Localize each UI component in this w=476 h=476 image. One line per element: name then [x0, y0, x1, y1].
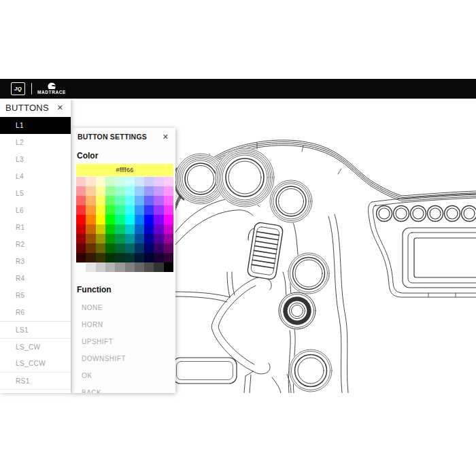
palette-swatch-6-0[interactable] — [76, 234, 86, 243]
palette-swatch-5-4[interactable] — [115, 224, 124, 234]
palette-swatch-9-7[interactable] — [144, 262, 154, 272]
function-option-ok[interactable]: OK — [71, 367, 175, 384]
palette-swatch-3-3[interactable] — [105, 205, 115, 215]
palette-swatch-1-3[interactable] — [105, 186, 115, 196]
palette-swatch-7-6[interactable] — [135, 243, 144, 253]
sidebar-item-l5[interactable]: L5 — [0, 185, 71, 202]
palette-swatch-9-1[interactable] — [86, 262, 95, 272]
palette-swatch-8-7[interactable] — [144, 253, 154, 262]
palette-swatch-4-0[interactable] — [76, 215, 86, 224]
sidebar-item-l3[interactable]: L3 — [0, 151, 71, 168]
palette-swatch-4-3[interactable] — [105, 215, 115, 224]
function-option-upshift[interactable]: UPSHIFT — [71, 333, 175, 350]
sidebar-item-l2[interactable]: L2 — [0, 134, 71, 151]
palette-swatch-2-4[interactable] — [115, 196, 124, 205]
palette-swatch-4-9[interactable] — [164, 215, 173, 224]
palette-swatch-4-8[interactable] — [154, 215, 163, 224]
palette-swatch-8-6[interactable] — [135, 253, 144, 262]
palette-swatch-7-0[interactable] — [76, 243, 86, 253]
palette-swatch-8-4[interactable] — [115, 253, 124, 262]
palette-swatch-6-2[interactable] — [96, 234, 105, 243]
palette-swatch-9-4[interactable] — [115, 262, 124, 272]
palette-swatch-1-2[interactable] — [96, 186, 105, 196]
palette-swatch-6-9[interactable] — [164, 234, 173, 243]
sidebar-item-l4[interactable]: L4 — [0, 168, 71, 185]
settings-close-icon[interactable]: ✕ — [163, 133, 169, 141]
palette-swatch-6-3[interactable] — [105, 234, 115, 243]
function-option-none[interactable]: NONE — [71, 299, 175, 316]
palette-swatch-3-0[interactable] — [76, 205, 86, 215]
palette-swatch-8-8[interactable] — [154, 253, 163, 262]
palette-swatch-9-9[interactable] — [164, 262, 173, 272]
palette-swatch-2-9[interactable] — [164, 196, 173, 205]
palette-swatch-8-0[interactable] — [76, 253, 86, 262]
palette-swatch-4-7[interactable] — [144, 215, 154, 224]
palette-swatch-7-7[interactable] — [144, 243, 154, 253]
sidebar-item-r6[interactable]: R6 — [0, 304, 71, 321]
palette-swatch-6-5[interactable] — [125, 234, 135, 243]
palette-swatch-6-1[interactable] — [86, 234, 95, 243]
palette-swatch-0-4[interactable] — [115, 177, 124, 186]
palette-swatch-5-0[interactable] — [76, 224, 86, 234]
palette-swatch-9-2[interactable] — [96, 262, 105, 272]
palette-swatch-4-5[interactable] — [125, 215, 135, 224]
wheel-button-upper-right[interactable] — [269, 180, 313, 223]
palette-swatch-3-6[interactable] — [135, 205, 144, 215]
palette-swatch-2-3[interactable] — [105, 196, 115, 205]
palette-swatch-5-2[interactable] — [96, 224, 105, 234]
palette-swatch-8-3[interactable] — [105, 253, 115, 262]
palette-swatch-3-7[interactable] — [144, 205, 154, 215]
sidebar-item-ls_cw[interactable]: LS_CW — [0, 338, 71, 355]
palette-swatch-8-9[interactable] — [164, 253, 173, 262]
palette-swatch-8-2[interactable] — [96, 253, 105, 262]
palette-swatch-2-7[interactable] — [144, 196, 154, 205]
palette-swatch-3-1[interactable] — [86, 205, 95, 215]
palette-swatch-6-8[interactable] — [154, 234, 163, 243]
palette-swatch-4-1[interactable] — [86, 215, 95, 224]
palette-swatch-0-2[interactable] — [96, 177, 105, 186]
palette-swatch-8-1[interactable] — [86, 253, 95, 262]
palette-swatch-3-5[interactable] — [125, 205, 135, 215]
palette-swatch-9-6[interactable] — [135, 262, 144, 272]
palette-swatch-2-5[interactable] — [125, 196, 135, 205]
palette-swatch-2-0[interactable] — [76, 196, 86, 205]
palette-swatch-9-5[interactable] — [125, 262, 135, 272]
palette-swatch-4-2[interactable] — [96, 215, 105, 224]
palette-swatch-7-2[interactable] — [96, 243, 105, 253]
palette-swatch-9-8[interactable] — [154, 262, 163, 272]
palette-swatch-5-3[interactable] — [105, 224, 115, 234]
palette-swatch-1-0[interactable] — [76, 186, 86, 196]
palette-swatch-0-5[interactable] — [125, 177, 135, 186]
sidebar-item-r4[interactable]: R4 — [0, 270, 71, 287]
thumbwheel-roller[interactable] — [242, 221, 284, 280]
sidebar-item-r2[interactable]: R2 — [0, 236, 71, 253]
palette-swatch-2-2[interactable] — [96, 196, 105, 205]
wheel-button-mid-right[interactable] — [288, 252, 330, 294]
palette-swatch-9-3[interactable] — [105, 262, 115, 272]
palette-swatch-6-7[interactable] — [144, 234, 154, 243]
palette-swatch-1-7[interactable] — [144, 186, 154, 196]
palette-swatch-1-6[interactable] — [135, 186, 144, 196]
sidebar-item-ls1[interactable]: LS1 — [0, 321, 71, 338]
palette-swatch-7-8[interactable] — [154, 243, 163, 253]
palette-swatch-5-9[interactable] — [164, 224, 173, 234]
palette-swatch-2-1[interactable] — [86, 196, 95, 205]
palette-swatch-7-1[interactable] — [86, 243, 95, 253]
palette-swatch-0-0[interactable] — [76, 177, 86, 186]
palette-swatch-1-4[interactable] — [115, 186, 124, 196]
palette-swatch-6-6[interactable] — [135, 234, 144, 243]
palette-swatch-1-8[interactable] — [154, 186, 163, 196]
palette-swatch-8-5[interactable] — [125, 253, 135, 262]
palette-swatch-7-3[interactable] — [105, 243, 115, 253]
palette-swatch-7-4[interactable] — [115, 243, 124, 253]
palette-swatch-3-4[interactable] — [115, 205, 124, 215]
sidebar-item-l6[interactable]: L6 — [0, 202, 71, 219]
palette-swatch-3-2[interactable] — [96, 205, 105, 215]
rotary-encoder[interactable] — [278, 292, 316, 330]
sidebar-item-r5[interactable]: R5 — [0, 287, 71, 304]
palette-swatch-0-3[interactable] — [105, 177, 115, 186]
palette-swatch-3-9[interactable] — [164, 205, 173, 215]
wheel-button-bottom-right[interactable] — [289, 349, 333, 392]
palette-swatch-5-5[interactable] — [125, 224, 135, 234]
palette-swatch-7-5[interactable] — [125, 243, 135, 253]
